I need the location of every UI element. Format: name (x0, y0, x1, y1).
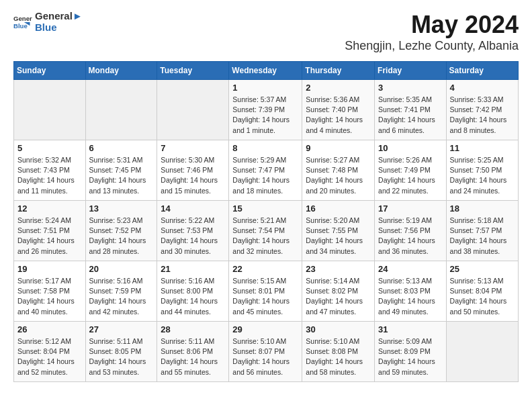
day-number: 14 (161, 203, 225, 214)
calendar-cell: 24 Sunrise: 5:13 AMSunset: 8:03 PMDaylig… (375, 261, 447, 322)
logo-blue: Blue (35, 22, 83, 34)
calendar-cell: 2 Sunrise: 5:36 AMSunset: 7:40 PMDayligh… (302, 80, 375, 140)
calendar-title: May 2024 (345, 11, 519, 39)
day-number: 1 (232, 83, 298, 93)
day-detail: Sunrise: 5:09 AMSunset: 8:09 PMDaylight:… (378, 337, 435, 376)
calendar-cell: 10 Sunrise: 5:26 AMSunset: 7:49 PMDaylig… (375, 140, 447, 201)
calendar-cell: 5 Sunrise: 5:32 AMSunset: 7:43 PMDayligh… (14, 140, 86, 201)
day-number: 5 (17, 143, 82, 153)
day-number: 30 (306, 324, 371, 334)
calendar-location: Shengjin, Lezhe County, Albania (345, 39, 519, 53)
day-number: 11 (450, 143, 515, 153)
day-number: 23 (306, 264, 371, 274)
day-detail: Sunrise: 5:21 AMSunset: 7:54 PMDaylight:… (232, 216, 290, 255)
calendar-cell: 3 Sunrise: 5:35 AMSunset: 7:41 PMDayligh… (375, 80, 447, 140)
day-detail: Sunrise: 5:13 AMSunset: 8:03 PMDaylight:… (378, 277, 435, 316)
day-number: 6 (89, 143, 154, 153)
day-detail: Sunrise: 5:10 AMSunset: 8:08 PMDaylight:… (306, 337, 363, 376)
day-number: 17 (378, 203, 443, 214)
day-detail: Sunrise: 5:26 AMSunset: 7:49 PMDaylight:… (378, 156, 435, 195)
day-detail: Sunrise: 5:19 AMSunset: 7:56 PMDaylight:… (378, 216, 435, 255)
svg-text:Blue: Blue (13, 21, 28, 29)
day-detail: Sunrise: 5:37 AMSunset: 7:39 PMDaylight:… (232, 95, 290, 134)
day-number: 27 (89, 324, 154, 334)
calendar-cell: 8 Sunrise: 5:29 AMSunset: 7:47 PMDayligh… (229, 140, 302, 201)
day-detail: Sunrise: 5:30 AMSunset: 7:46 PMDaylight:… (161, 156, 218, 195)
day-number: 29 (232, 324, 298, 334)
day-number: 19 (17, 264, 82, 274)
day-detail: Sunrise: 5:10 AMSunset: 8:07 PMDaylight:… (232, 337, 290, 376)
calendar-cell: 20 Sunrise: 5:16 AMSunset: 7:59 PMDaylig… (85, 261, 157, 322)
day-number: 28 (161, 324, 225, 334)
calendar-cell (14, 80, 86, 140)
calendar-cell: 26 Sunrise: 5:12 AMSunset: 8:04 PMDaylig… (14, 322, 86, 382)
day-detail: Sunrise: 5:27 AMSunset: 7:48 PMDaylight:… (306, 156, 363, 195)
calendar-cell: 4 Sunrise: 5:33 AMSunset: 7:42 PMDayligh… (446, 80, 518, 140)
calendar-cell: 19 Sunrise: 5:17 AMSunset: 7:58 PMDaylig… (14, 261, 86, 322)
logo-icon-arrow: ► (73, 10, 83, 21)
day-number: 9 (306, 143, 371, 153)
calendar-cell (85, 80, 157, 140)
day-number: 21 (161, 264, 225, 274)
weekday-header: Monday (85, 62, 157, 80)
day-detail: Sunrise: 5:17 AMSunset: 7:58 PMDaylight:… (17, 277, 75, 316)
day-detail: Sunrise: 5:33 AMSunset: 7:42 PMDaylight:… (450, 95, 507, 134)
logo-icon: General Blue (13, 13, 32, 32)
day-detail: Sunrise: 5:23 AMSunset: 7:52 PMDaylight:… (89, 216, 146, 255)
day-number: 24 (378, 264, 443, 274)
weekday-header: Wednesday (229, 62, 302, 80)
calendar-cell: 12 Sunrise: 5:24 AMSunset: 7:51 PMDaylig… (14, 201, 86, 261)
calendar-cell: 1 Sunrise: 5:37 AMSunset: 7:39 PMDayligh… (229, 80, 302, 140)
day-detail: Sunrise: 5:32 AMSunset: 7:43 PMDaylight:… (17, 156, 75, 195)
svg-text:General: General (13, 15, 32, 22)
calendar-week-row: 5 Sunrise: 5:32 AMSunset: 7:43 PMDayligh… (14, 140, 519, 201)
calendar-cell: 30 Sunrise: 5:10 AMSunset: 8:08 PMDaylig… (302, 322, 375, 382)
calendar-table: SundayMondayTuesdayWednesdayThursdayFrid… (13, 61, 519, 382)
calendar-cell: 27 Sunrise: 5:11 AMSunset: 8:05 PMDaylig… (85, 322, 157, 382)
day-number: 22 (232, 264, 298, 274)
calendar-cell: 13 Sunrise: 5:23 AMSunset: 7:52 PMDaylig… (85, 201, 157, 261)
day-detail: Sunrise: 5:25 AMSunset: 7:50 PMDaylight:… (450, 156, 507, 195)
day-detail: Sunrise: 5:29 AMSunset: 7:47 PMDaylight:… (232, 156, 290, 195)
day-number: 10 (378, 143, 443, 153)
calendar-cell: 11 Sunrise: 5:25 AMSunset: 7:50 PMDaylig… (446, 140, 518, 201)
calendar-cell: 6 Sunrise: 5:31 AMSunset: 7:45 PMDayligh… (85, 140, 157, 201)
day-number: 16 (306, 203, 371, 214)
day-detail: Sunrise: 5:11 AMSunset: 8:06 PMDaylight:… (161, 337, 218, 376)
day-detail: Sunrise: 5:11 AMSunset: 8:05 PMDaylight:… (89, 337, 146, 376)
calendar-cell: 16 Sunrise: 5:20 AMSunset: 7:55 PMDaylig… (302, 201, 375, 261)
calendar-cell: 28 Sunrise: 5:11 AMSunset: 8:06 PMDaylig… (157, 322, 229, 382)
calendar-cell (446, 322, 518, 382)
day-detail: Sunrise: 5:15 AMSunset: 8:01 PMDaylight:… (232, 277, 290, 316)
day-number: 18 (450, 203, 515, 214)
day-detail: Sunrise: 5:35 AMSunset: 7:41 PMDaylight:… (378, 95, 435, 134)
day-number: 12 (17, 203, 82, 214)
calendar-cell: 17 Sunrise: 5:19 AMSunset: 7:56 PMDaylig… (375, 201, 447, 261)
day-number: 3 (378, 83, 443, 93)
title-block: May 2024 Shengjin, Lezhe County, Albania (345, 11, 519, 53)
day-detail: Sunrise: 5:14 AMSunset: 8:02 PMDaylight:… (306, 277, 363, 316)
day-detail: Sunrise: 5:22 AMSunset: 7:53 PMDaylight:… (161, 216, 218, 255)
calendar-cell (157, 80, 229, 140)
day-detail: Sunrise: 5:16 AMSunset: 8:00 PMDaylight:… (161, 277, 218, 316)
day-detail: Sunrise: 5:18 AMSunset: 7:57 PMDaylight:… (450, 216, 507, 255)
day-detail: Sunrise: 5:36 AMSunset: 7:40 PMDaylight:… (306, 95, 363, 134)
day-number: 13 (89, 203, 154, 214)
calendar-cell: 22 Sunrise: 5:15 AMSunset: 8:01 PMDaylig… (229, 261, 302, 322)
calendar-week-row: 26 Sunrise: 5:12 AMSunset: 8:04 PMDaylig… (14, 322, 519, 382)
day-number: 31 (378, 324, 443, 334)
weekday-header: Thursday (302, 62, 375, 80)
calendar-cell: 15 Sunrise: 5:21 AMSunset: 7:54 PMDaylig… (229, 201, 302, 261)
calendar-header-row: SundayMondayTuesdayWednesdayThursdayFrid… (14, 62, 519, 80)
day-number: 8 (232, 143, 298, 153)
calendar-week-row: 19 Sunrise: 5:17 AMSunset: 7:58 PMDaylig… (14, 261, 519, 322)
calendar-cell: 18 Sunrise: 5:18 AMSunset: 7:57 PMDaylig… (446, 201, 518, 261)
day-detail: Sunrise: 5:20 AMSunset: 7:55 PMDaylight:… (306, 216, 363, 255)
logo-general: General (35, 10, 73, 21)
calendar-cell: 23 Sunrise: 5:14 AMSunset: 8:02 PMDaylig… (302, 261, 375, 322)
calendar-cell: 21 Sunrise: 5:16 AMSunset: 8:00 PMDaylig… (157, 261, 229, 322)
calendar-week-row: 1 Sunrise: 5:37 AMSunset: 7:39 PMDayligh… (14, 80, 519, 140)
day-detail: Sunrise: 5:13 AMSunset: 8:04 PMDaylight:… (450, 277, 507, 316)
day-number: 2 (306, 83, 371, 93)
calendar-week-row: 12 Sunrise: 5:24 AMSunset: 7:51 PMDaylig… (14, 201, 519, 261)
